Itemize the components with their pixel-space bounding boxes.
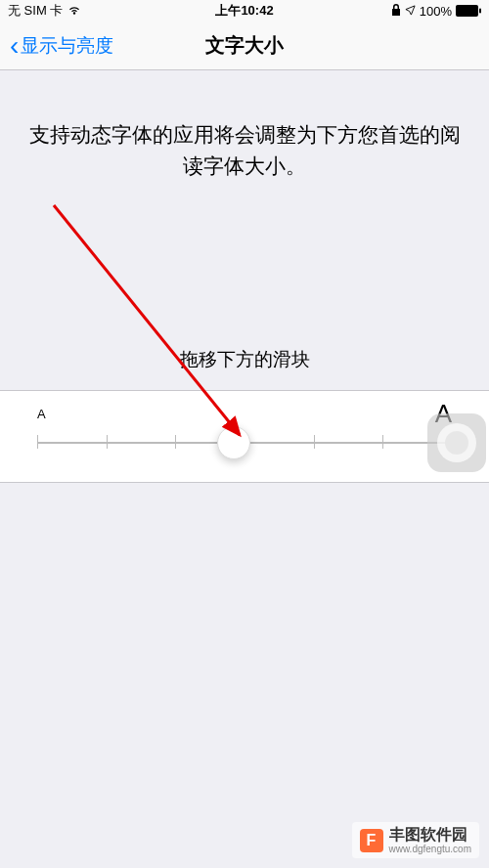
chevron-left-icon: ‹ [10,32,19,60]
watermark-url: www.dgfengtu.com [389,844,472,854]
status-bar: 无 SIM 卡 上午10:42 100% [0,0,489,22]
svg-rect-1 [479,9,481,14]
navigation-bar: ‹ 显示与亮度 文字大小 [0,22,489,70]
back-button[interactable]: ‹ 显示与亮度 [10,32,113,60]
battery-icon [456,5,481,17]
text-size-slider-thumb[interactable] [217,426,250,459]
size-small-label: A [37,407,46,421]
battery-text: 100% [420,4,452,19]
slider-instruction: 拖移下方的滑块 [0,347,489,372]
svg-rect-0 [456,5,478,17]
back-label: 显示与亮度 [21,33,113,59]
assistive-touch-core [445,431,468,455]
page-title: 文字大小 [205,32,284,59]
status-time: 上午10:42 [215,2,273,20]
watermark: F 丰图软件园 www.dgfengtu.com [352,822,480,858]
wifi-icon [67,4,81,19]
assistive-touch-button[interactable] [427,413,486,472]
carrier-text: 无 SIM 卡 [8,2,63,20]
assistive-touch-inner [437,423,476,462]
watermark-logo: F [360,829,383,852]
text-size-slider-container: A A [0,390,489,483]
dynamic-type-description: 支持动态字体的应用将会调整为下方您首选的阅读字体大小。 [0,119,489,181]
watermark-title: 丰图软件园 [389,826,472,844]
lock-icon [391,4,401,19]
location-icon [405,4,416,19]
